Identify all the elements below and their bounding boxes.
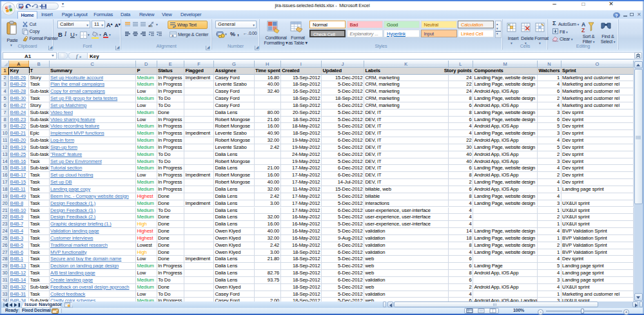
svg-text:ab: ab bbox=[148, 24, 153, 28]
svg-text:Z: Z bbox=[581, 27, 585, 33]
